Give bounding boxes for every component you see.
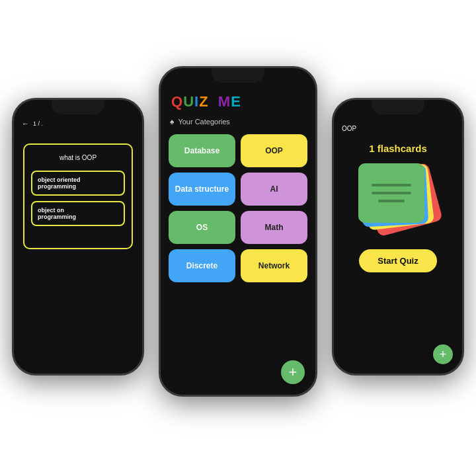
center-phone: QUIZ ME ♠ Your Categories Database OOP D…: [159, 66, 317, 397]
app-header: QUIZ ME: [161, 88, 315, 114]
categories-label: Your Categories: [178, 118, 229, 126]
right-phone: OOP 1 flashcards Start Quiz: [332, 98, 464, 376]
category-ai[interactable]: AI: [241, 173, 307, 206]
categories-grid: Database OOP Data structure AI OS Math D…: [161, 132, 315, 285]
category-discrete[interactable]: Discrete: [169, 249, 235, 282]
answer-option-2[interactable]: object onprogramming: [31, 201, 125, 226]
categories-header: ♠ Your Categories: [161, 114, 315, 132]
flashcard-stack: [358, 163, 438, 236]
title-m: M: [218, 93, 231, 110]
category-oop[interactable]: OOP: [241, 134, 307, 167]
title-u: U: [183, 93, 194, 110]
notch-right: [372, 100, 424, 114]
category-math[interactable]: Math: [241, 211, 307, 244]
title-e: E: [231, 93, 241, 110]
add-flashcard-button[interactable]: +: [433, 344, 453, 364]
app-title: QUIZ ME: [171, 93, 241, 110]
page-indicator: 1 / .: [33, 120, 43, 127]
categories-icon: ♠: [170, 117, 174, 126]
category-data-structure[interactable]: Data structure: [169, 173, 235, 206]
fc-line-1: [372, 184, 411, 186]
fc-line-2: [372, 192, 411, 194]
category-network[interactable]: Network: [241, 249, 307, 282]
notch-left: [52, 100, 104, 114]
fc-line-3: [378, 200, 405, 202]
add-category-button[interactable]: +: [281, 360, 305, 384]
oop-label: OOP: [334, 121, 462, 136]
start-quiz-button[interactable]: Start Quiz: [359, 249, 436, 272]
flashcard-green: [358, 163, 424, 223]
category-database[interactable]: Database: [169, 134, 235, 167]
category-os[interactable]: OS: [169, 211, 235, 244]
title-z: Z: [199, 93, 208, 110]
back-arrow-icon[interactable]: ←: [22, 120, 29, 128]
flashcard-count: 1 flashcards: [334, 143, 462, 154]
left-phone: ← 1 / . what is OOP object orientedprogr…: [12, 98, 144, 376]
status-bar-left: ← 1 / .: [14, 117, 142, 130]
quiz-card: what is OOP object orientedprogramming o…: [23, 143, 133, 249]
quiz-question: what is OOP: [31, 154, 125, 161]
scene: ← 1 / . what is OOP object orientedprogr…: [0, 0, 476, 476]
notch-center: [212, 68, 264, 83]
answer-option-1[interactable]: object orientedprogramming: [31, 171, 125, 196]
title-q: Q: [171, 93, 183, 110]
